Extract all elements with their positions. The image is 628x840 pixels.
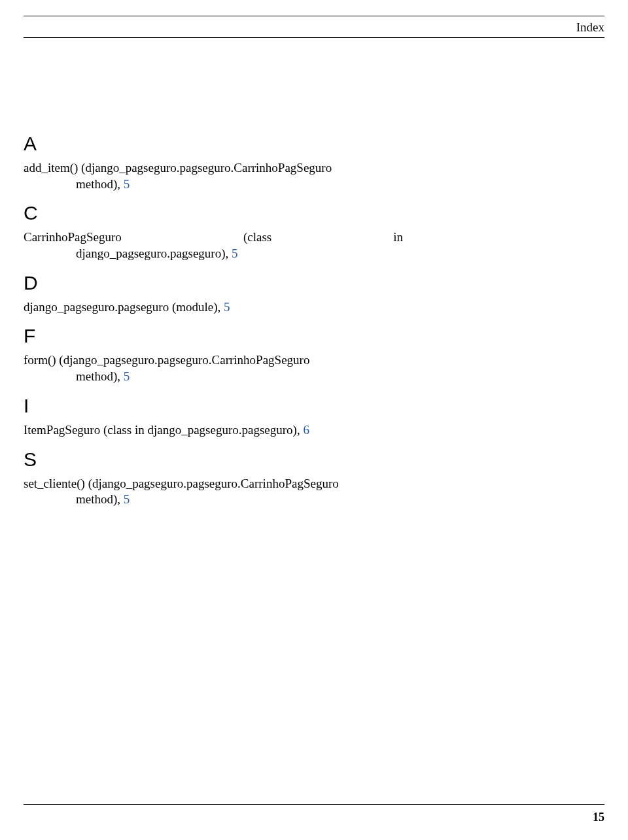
index-entry: set_cliente() (django_pagseguro.pagsegur…: [24, 476, 403, 508]
index-entry-text: (class: [243, 229, 271, 246]
index-entry-text: django_pagseguro.pagseguro (module),: [24, 300, 224, 314]
index-entry-text: method),: [76, 369, 124, 383]
index-entry-line: add_item() (django_pagseguro.pagseguro.C…: [24, 160, 403, 176]
index-entry-cont: method), 5: [24, 369, 403, 385]
page-number: 15: [593, 811, 604, 824]
page: Index A add_item() (django_pagseguro.pag…: [0, 0, 628, 840]
index-entry-cont: django_pagseguro.pagseguro), 5: [24, 246, 403, 262]
index-entry: ItemPagSeguro (class in django_pagseguro…: [24, 422, 403, 439]
footer-rule: [24, 804, 604, 805]
index-entry-text: in: [393, 229, 403, 246]
index-entry-text: django_pagseguro.pagseguro),: [76, 246, 232, 260]
index-letter-s: S: [24, 446, 403, 472]
page-ref-link[interactable]: 6: [303, 423, 309, 437]
index-entry-text: method),: [76, 492, 124, 506]
page-ref-link[interactable]: 5: [124, 369, 130, 383]
index-letter-c: C: [24, 200, 403, 226]
index-entry-cont: method), 5: [24, 492, 403, 508]
page-ref-link[interactable]: 5: [232, 246, 238, 260]
index-content: A add_item() (django_pagseguro.pagseguro…: [24, 38, 403, 508]
index-entry-line: CarrinhoPagSeguro (class in: [24, 229, 403, 246]
page-ref-link[interactable]: 5: [124, 177, 130, 191]
page-ref-link[interactable]: 5: [224, 300, 230, 314]
index-entry-line: set_cliente() (django_pagseguro.pagsegur…: [24, 476, 403, 492]
index-entry-text: ItemPagSeguro (class in django_pagseguro…: [24, 423, 303, 437]
index-entry-text: CarrinhoPagSeguro: [24, 229, 122, 246]
index-letter-i: I: [24, 393, 403, 418]
index-entry: CarrinhoPagSeguro (class in django_pagse…: [24, 229, 403, 261]
index-entry-line: form() (django_pagseguro.pagseguro.Carri…: [24, 352, 403, 369]
index-letter-f: F: [24, 323, 403, 348]
index-letter-a: A: [24, 131, 403, 156]
index-entry: add_item() (django_pagseguro.pagseguro.C…: [24, 160, 403, 192]
index-entry: form() (django_pagseguro.pagseguro.Carri…: [24, 352, 403, 384]
page-ref-link[interactable]: 5: [124, 492, 130, 506]
page-title: Index: [24, 16, 604, 37]
index-entry: django_pagseguro.pagseguro (module), 5: [24, 299, 403, 316]
index-entry-text: method),: [76, 177, 124, 191]
index-letter-d: D: [24, 270, 403, 295]
index-entry-cont: method), 5: [24, 176, 403, 193]
